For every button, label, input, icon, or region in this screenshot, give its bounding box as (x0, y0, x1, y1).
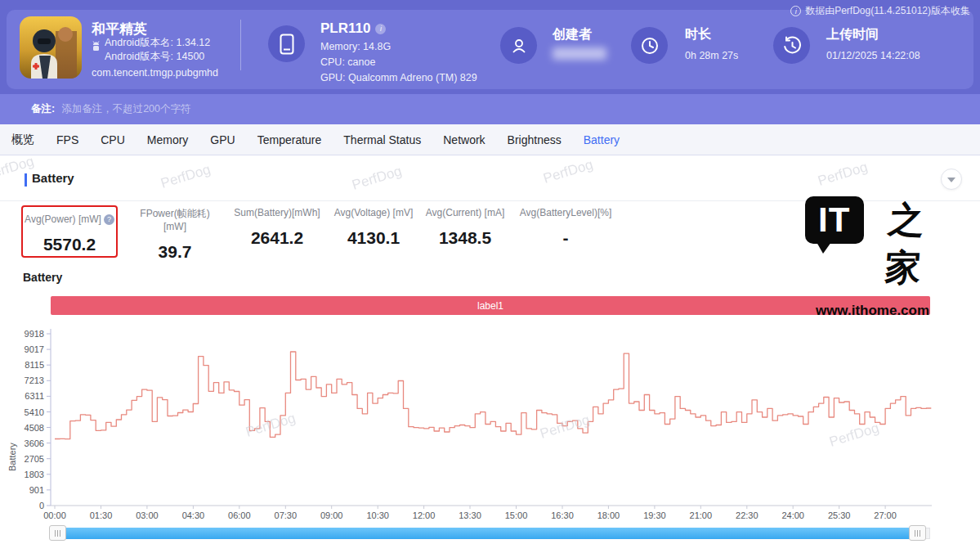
upload-value: 01/12/2025 14:22:08 (826, 49, 920, 63)
y-tick-label: 901 (29, 485, 44, 495)
tab-network[interactable]: Network (443, 133, 485, 146)
chart-legend-banner[interactable]: label1 (51, 296, 930, 315)
android-icon (92, 40, 101, 63)
stat-value: 4130.1 (327, 228, 420, 248)
chart-title: Battery (23, 271, 62, 284)
creator-label: 创建者 (553, 26, 592, 43)
remark-bar[interactable]: 备注: 添加备注，不超过200个字符 (0, 94, 980, 124)
x-tick-label: 04:30 (182, 510, 205, 520)
device-cpu: CPU: canoe (320, 56, 375, 70)
x-tick-label: 07:30 (275, 510, 298, 520)
x-tick-label: 10:30 (366, 510, 389, 520)
legend-label: label1 (477, 300, 503, 312)
y-tick-label: 0 (39, 501, 44, 510)
stat-fpower-mw-: FPower(帧能耗) [mW]39.7 (128, 207, 222, 259)
chevron-down-icon (947, 178, 955, 182)
x-tick-label: 25:30 (828, 510, 851, 520)
clock-icon (640, 36, 660, 56)
x-tick-label: 00:00 (43, 510, 66, 520)
tab-fps[interactable]: FPS (56, 133, 78, 146)
x-tick-label: 18:00 (597, 510, 620, 520)
stat-avg-power-mw-: Avg(Power) [mW]?5570.2 (21, 205, 118, 258)
y-tick-label: 2705 (25, 454, 44, 464)
tab-battery[interactable]: Battery (584, 133, 620, 146)
perfdog-watermark: PerfDog (816, 159, 869, 189)
x-tick-label: 24:00 (781, 510, 804, 520)
tab-概览[interactable]: 概览 (11, 133, 34, 147)
upload-icon-circle (773, 27, 810, 64)
x-tick-label: 22:30 (736, 510, 758, 520)
device-info-icon[interactable]: i (375, 24, 386, 34)
it-bubble-icon: IT (805, 196, 864, 244)
battery-line-chart: 0901180327053606450854106311721381159017… (16, 322, 964, 527)
perfdog-watermark: PerfDog (159, 161, 212, 191)
section-accent-bar (25, 173, 27, 187)
scrollbar-right-handle[interactable] (909, 525, 926, 541)
x-tick-label: 19:30 (643, 510, 666, 520)
stat-label: Sum(Battery)[mWh] (234, 207, 320, 218)
y-tick-label: 3606 (25, 438, 44, 448)
tab-memory[interactable]: Memory (147, 133, 189, 146)
y-tick-label: 9918 (25, 329, 44, 339)
tab-bar: 概览FPSCPUMemoryGPUTemperatureThermal Stat… (0, 124, 980, 155)
x-tick-label: 15:00 (505, 510, 528, 520)
y-tick-label: 6311 (25, 391, 44, 401)
duration-value: 0h 28m 27s (685, 49, 738, 63)
stat-label: FPower(帧能耗) [mW] (128, 207, 222, 232)
stat-value: - (513, 228, 618, 248)
tab-thermal-status[interactable]: Thermal Status (343, 133, 421, 146)
tab-gpu[interactable]: GPU (210, 133, 235, 146)
stat-avg-voltage-mv-: Avg(Voltage) [mV]4130.1 (327, 207, 420, 259)
device-gpu: GPU: Qualcomm Adreno (TM) 829 (320, 71, 477, 85)
pubg-app-icon-art (20, 16, 82, 79)
y-tick-label: 7213 (25, 375, 44, 385)
collapse-section-button[interactable] (941, 169, 962, 190)
chart-zoom-scrollbar[interactable] (65, 528, 911, 539)
history-clock-icon (782, 36, 802, 56)
y-tick-label: 8115 (25, 360, 44, 370)
app-package: com.tencent.tmgp.pubgmhd (92, 66, 218, 80)
tab-cpu[interactable]: CPU (101, 133, 125, 146)
y-axis-title: Battery (7, 443, 17, 471)
creator-name-redacted (553, 47, 606, 60)
section-title: Battery (32, 171, 74, 185)
header: i 数据由PerfDog(11.4.251012)版本收集 (0, 0, 980, 94)
creator-icon-circle (500, 27, 537, 64)
x-tick-label: 03:00 (136, 510, 159, 520)
stat-sum-battery-mwh-: Sum(Battery)[mWh]2641.2 (229, 207, 325, 259)
x-tick-label: 06:00 (228, 510, 251, 520)
app-version-name: Android版本名: 1.34.12 (105, 36, 210, 50)
header-divider (240, 20, 241, 70)
perfdog-watermark: PerfDog (541, 156, 594, 187)
tab-brightness[interactable]: Brightness (508, 133, 562, 146)
device-model: PLR110 (320, 20, 370, 37)
person-icon (510, 37, 528, 55)
remark-placeholder: 添加备注，不超过200个字符 (61, 102, 190, 116)
stat-avg-batterylevel-: Avg(BatteryLevel)[%]- (513, 207, 618, 259)
x-tick-label: 13:30 (459, 510, 481, 520)
tab-temperature[interactable]: Temperature (257, 133, 322, 146)
stat-avg-current-ma-: Avg(Current) [mA]1348.5 (418, 207, 512, 259)
x-tick-label: 12:00 (413, 510, 436, 520)
stat-label: Avg(Power) [mW] (25, 214, 101, 225)
y-tick-label: 4508 (25, 423, 44, 433)
stat-value: 5570.2 (23, 235, 116, 254)
info-icon: i (790, 6, 801, 16)
perfdog-watermark: PerfDog (350, 163, 403, 193)
upload-label: 上传时间 (826, 26, 879, 43)
x-tick-label: 27:00 (874, 510, 897, 520)
help-icon[interactable]: ? (104, 214, 114, 225)
app-icon (20, 16, 82, 79)
stat-value: 39.7 (128, 242, 222, 262)
collector-version-note: i 数据由PerfDog(11.4.251012)版本收集 (790, 4, 970, 18)
app-version-code: Android版本号: 14500 (105, 50, 204, 64)
device-memory: Memory: 14.8G (320, 40, 391, 54)
scrollbar-left-handle[interactable] (49, 525, 66, 541)
x-tick-label: 21:00 (690, 510, 713, 520)
y-tick-label: 1803 (25, 470, 44, 479)
stat-value: 1348.5 (418, 228, 512, 248)
device-icon-circle (268, 25, 305, 62)
duration-label: 时长 (685, 26, 711, 43)
stat-label: Avg(Voltage) [mV] (334, 207, 414, 218)
stat-label: Avg(Current) [mA] (426, 207, 504, 218)
